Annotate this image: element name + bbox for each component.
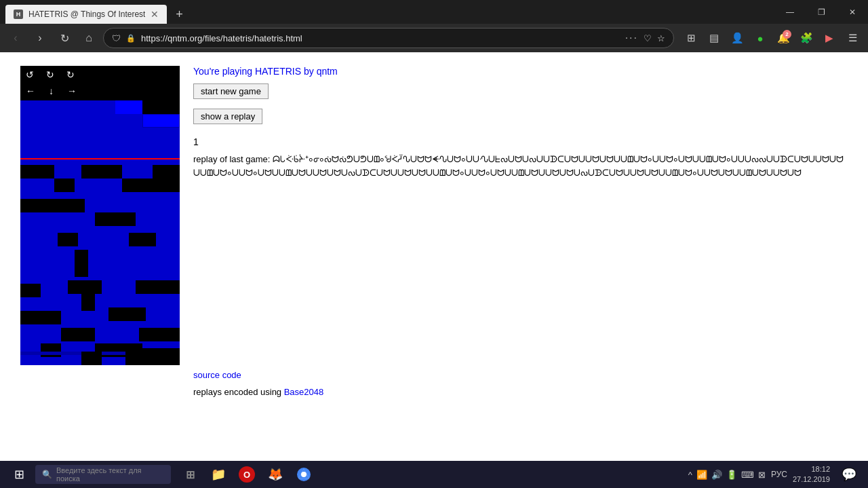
taskbar-apps: ⊞ 📁 O 🦊 [176,461,317,488]
lock-icon: 🔒 [126,34,136,43]
block [81,352,102,365]
game-info: You're playing HATETRIS by qntm start ne… [193,66,848,397]
taskbar-app-opera[interactable]: O [233,461,260,488]
arrow-right-icon[interactable]: → [67,86,77,96]
block [129,233,156,246]
replay-label: replay of last game: [193,154,273,164]
maximize-button[interactable]: ❐ [806,0,837,24]
tray-sound[interactable]: 🔊 [711,470,722,480]
block [108,307,146,321]
sidebar-icon[interactable]: ▤ [704,28,724,48]
window-controls: — ❐ ✕ [774,0,868,24]
start-button[interactable]: ⊞ [5,461,33,488]
encoded-text: replays encoded using Base2048 [193,387,848,397]
toolbar-icons: ⊞ ▤ 👤 ● 🔔 2 🧩 ▶ ☰ [681,28,863,48]
tray-keyboard[interactable]: ⌨ [741,470,754,480]
close-window-button[interactable]: ✕ [837,0,868,24]
tab-favicon: H [14,10,23,19]
taskbar-app-firefox[interactable]: 🦊 [262,461,289,488]
arrow-down-icon[interactable]: ↓ [49,86,54,96]
system-tray: ^ 📶 🔊 🔋 ⌨ ⊠ РУС 18:12 27.12.2019 💬 [688,461,863,488]
tab-title: HATETRIS @ Things Of Interest [28,10,145,19]
block [81,294,95,311]
tray-battery[interactable]: 🔋 [726,470,737,480]
block [58,233,78,246]
danger-line [20,158,180,159]
url-text: https://qntm.org/files/hatetris/hatetris… [141,33,620,43]
star-icon[interactable]: ☆ [657,33,665,43]
more-options-icon[interactable]: ··· [625,32,638,44]
block [20,311,61,324]
search-placeholder: Введите здесь текст для поиска [56,466,164,483]
taskbar-app-chrome[interactable] [290,461,317,488]
new-tab-button[interactable]: + [170,5,189,24]
taskbar: ⊞ 🔍 Введите здесь текст для поиска ⊞ 📁 O… [0,461,868,488]
block [95,212,136,226]
start-new-game-button[interactable]: start new game [193,83,269,99]
block [122,179,180,192]
block [20,284,41,297]
tab-bar: H HATETRIS @ Things Of Interest ✕ + — ❐ … [0,0,868,24]
forward-button[interactable]: › [30,28,50,48]
address-bar[interactable]: 🛡 🔒 https://qntm.org/files/hatetris/hate… [103,28,674,48]
tetris-board [20,100,180,365]
block [20,165,54,179]
base2048-link[interactable]: Base2048 [284,387,324,397]
block [54,179,75,192]
notification-badge: 2 [783,30,791,39]
source-code-link[interactable]: source code [193,370,241,380]
block [61,328,95,341]
block [125,348,180,365]
taskbar-app-task-view[interactable]: ⊞ [176,461,203,488]
back-button[interactable]: ‹ [5,28,26,48]
library-icon[interactable]: ⊞ [681,28,701,48]
taskbar-app-file-explorer[interactable]: 📁 [205,461,232,488]
block [75,250,88,277]
notifications-icon[interactable]: 🔔 2 [773,28,793,48]
clock: 18:12 27.12.2019 [793,464,830,485]
extensions-icon[interactable]: 🧩 [796,28,816,48]
redo2-icon[interactable]: ↻ [66,69,75,80]
sync-icon[interactable]: ● [750,28,770,48]
page-content: ↺ ↻ ↻ ← ↓ → [0,52,868,461]
clock-time: 18:12 [793,464,830,474]
block [139,328,180,341]
game-title-link[interactable]: You're playing HATETRIS by qntm [193,66,848,77]
block [68,280,102,294]
tray-extra1[interactable]: ⊠ [758,470,766,480]
taskbar-search[interactable]: 🔍 Введите здесь текст для поиска [35,465,171,484]
refresh-button[interactable]: ↻ [54,28,75,48]
encoded-prefix: replays encoded using [193,387,284,397]
close-tab-button[interactable]: ✕ [151,10,159,19]
home-button[interactable]: ⌂ [79,28,99,48]
clock-date: 27.12.2019 [793,474,830,485]
tray-network[interactable]: 📶 [696,470,707,480]
language-button[interactable]: РУС [771,470,787,479]
active-tab[interactable]: H HATETRIS @ Things Of Interest ✕ [5,5,167,24]
chat-button[interactable]: 💬 [835,461,863,488]
block [153,165,180,179]
undo-icon[interactable]: ↺ [26,69,34,80]
arrow-left-icon[interactable]: ← [26,86,35,96]
address-bar-row: ‹ › ↻ ⌂ 🛡 🔒 https://qntm.org/files/hatet… [0,24,868,52]
minimize-button[interactable]: — [774,0,806,24]
block [136,280,180,294]
shield-icon: 🛡 [112,33,121,43]
profile-icon[interactable]: 👤 [727,28,747,48]
game-area: ↺ ↻ ↻ ← ↓ → [20,66,848,397]
browser-frame: H HATETRIS @ Things Of Interest ✕ + — ❐ … [0,0,868,488]
block [81,165,122,179]
score-display: 1 [193,136,848,147]
tray-show-hidden[interactable]: ^ [688,470,692,480]
menu-button[interactable]: ☰ [842,28,863,48]
replay-data-text: replay of last game: ᗣᒐᢵᐧᢸᔴᐩ∘ᓂ∘ᔔᗢᔔᕤᑌᕤᑌᗶ∘… [193,153,848,179]
pocket-icon[interactable]: ▶ [819,28,840,48]
block [41,343,61,357]
game-canvas-container: ↺ ↻ ↻ ← ↓ → [20,66,180,365]
block [142,114,180,128]
show-replay-button[interactable]: show a replay [193,109,262,124]
redo1-icon[interactable]: ↻ [46,69,54,80]
replay-data-value: ᗣᒐᢵᐧᢸᔴᐩ∘ᓂ∘ᔔᗢᔔᕤᑌᕤᑌᗶ∘ᖁᢵᓳᔐᑌᗢᗢᗛᔗᑌᗢ∘ᑌᑌᔗᑌᖶᔓᑌᗢᑌ… [193,154,844,178]
block [20,199,47,212]
bookmark-icon[interactable]: ♡ [644,33,652,43]
